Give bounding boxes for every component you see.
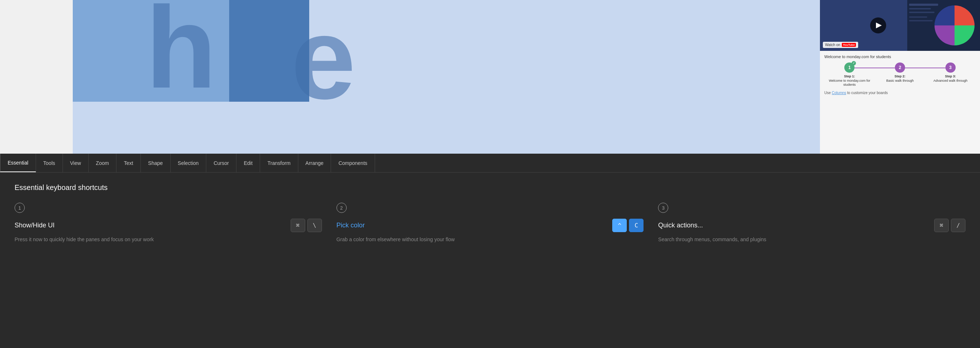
shortcuts-area: Essential keyboard shortcuts 1 Show/Hide… <box>0 172 980 348</box>
canvas-area: h e <box>0 0 980 153</box>
shortcut-number-1: 1 <box>14 203 25 213</box>
svg-rect-4 <box>909 12 934 13</box>
step-label-1: Step 1: Welcome to monday.com for studen… <box>824 74 875 87</box>
right-panel: Watch on YouTube See plans Welcome to mo… <box>820 0 980 153</box>
canvas-letter-e: e <box>291 0 356 116</box>
tab-selection[interactable]: Selection <box>170 153 207 172</box>
youtube-overlay[interactable]: Watch on YouTube <box>823 42 858 48</box>
shortcut-desc-3: Search through menus, commands, and plug… <box>658 236 966 244</box>
youtube-logo: YouTube <box>842 43 856 47</box>
shortcut-top-row-3: Quick actions... ⌘ / <box>658 219 966 232</box>
tab-cursor[interactable]: Cursor <box>206 153 237 172</box>
canvas-main: h e <box>73 0 820 153</box>
step-label-2: Step 2: Basic walk through <box>886 74 914 83</box>
tab-components[interactable]: Components <box>331 153 375 172</box>
steps-container: 1 ✓ Step 1: Welcome to monday.com for st… <box>824 62 976 87</box>
shortcut-name-1: Show/Hide UI <box>14 221 54 229</box>
shortcut-number-3: 3 <box>658 203 668 213</box>
shortcut-desc-2: Grab a color from elsewhere without losi… <box>336 236 644 244</box>
shortcut-keys-2: ^ C <box>612 219 644 232</box>
watch-on-label: Watch on <box>825 43 840 47</box>
key-cmd-1: ⌘ <box>291 219 305 232</box>
tab-arrange[interactable]: Arrange <box>298 153 331 172</box>
shortcut-keys-1: ⌘ \ <box>291 219 322 232</box>
shortcut-item-1: 1 Show/Hide UI ⌘ \ Press it now to quick… <box>14 203 322 244</box>
step-circle-2: 2 <box>895 62 905 73</box>
tab-text[interactable]: Text <box>116 153 141 172</box>
svg-rect-5 <box>909 16 927 18</box>
tutorial-panel: Watch on YouTube See plans Welcome to mo… <box>820 0 980 153</box>
tab-zoom[interactable]: Zoom <box>89 153 117 172</box>
columns-link[interactable]: Columns <box>832 91 846 95</box>
svg-rect-6 <box>909 20 933 21</box>
shortcut-name-3: Quick actions... <box>658 221 703 229</box>
step-label-3: Step 3: Advanced walk through <box>934 74 967 83</box>
key-slash-3: / <box>951 219 966 232</box>
shortcut-top-row-1: Show/Hide UI ⌘ \ <box>14 219 322 232</box>
svg-rect-3 <box>909 8 931 9</box>
step-circle-1: 1 ✓ <box>844 62 854 73</box>
shortcut-top-row-2: Pick color ^ C <box>336 219 644 232</box>
canvas-letters: h e <box>73 0 820 153</box>
tab-tools[interactable]: Tools <box>36 153 63 172</box>
play-button[interactable] <box>870 17 886 33</box>
key-backslash-1: \ <box>307 219 322 232</box>
key-c-2: C <box>629 219 644 232</box>
canvas-letter-h: h <box>145 0 216 105</box>
step-circle-3: 3 <box>945 62 956 73</box>
step-line-2 <box>900 68 951 68</box>
shortcut-keys-3: ⌘ / <box>934 219 966 232</box>
step-check-icon: ✓ <box>851 61 856 65</box>
shortcut-name-2: Pick color <box>336 221 365 229</box>
tutorial-video-area[interactable]: Watch on YouTube <box>820 0 980 51</box>
use-columns-text: Use Columns to customize your boards <box>824 91 976 95</box>
shortcuts-grid: 1 Show/Hide UI ⌘ \ Press it now to quick… <box>14 203 966 244</box>
shortcuts-title: Essential keyboard shortcuts <box>14 183 966 192</box>
step-item-2[interactable]: 2 Step 2: Basic walk through <box>875 62 926 83</box>
toolbar: Essential Tools View Zoom Text Shape Sel… <box>0 153 980 172</box>
step-item-1[interactable]: 1 ✓ Step 1: Welcome to monday.com for st… <box>824 62 875 87</box>
key-cmd-3: ⌘ <box>934 219 949 232</box>
tab-shape[interactable]: Shape <box>141 153 170 172</box>
shortcut-item-3: 3 Quick actions... ⌘ / Search through me… <box>658 203 966 244</box>
left-panel <box>0 0 73 153</box>
tab-edit[interactable]: Edit <box>237 153 260 172</box>
tab-essential[interactable]: Essential <box>0 153 36 172</box>
tutorial-title: Welcome to monday.com for students <box>824 54 976 59</box>
key-ctrl-2: ^ <box>612 219 627 232</box>
step-item-3[interactable]: 3 Step 3: Advanced walk through <box>925 62 976 83</box>
shortcut-desc-1: Press it now to quickly hide the panes a… <box>14 236 322 244</box>
step-line-1 <box>850 68 900 68</box>
tab-view[interactable]: View <box>63 153 89 172</box>
tab-transform[interactable]: Transform <box>260 153 298 172</box>
shortcut-item-2: 2 Pick color ^ C Grab a color from elsew… <box>336 203 644 244</box>
pie-chart-container <box>907 0 980 51</box>
tutorial-content: Welcome to monday.com for students 1 ✓ S… <box>820 51 980 98</box>
svg-rect-2 <box>909 4 938 6</box>
shortcut-number-2: 2 <box>336 203 347 213</box>
play-triangle-icon <box>876 22 882 28</box>
